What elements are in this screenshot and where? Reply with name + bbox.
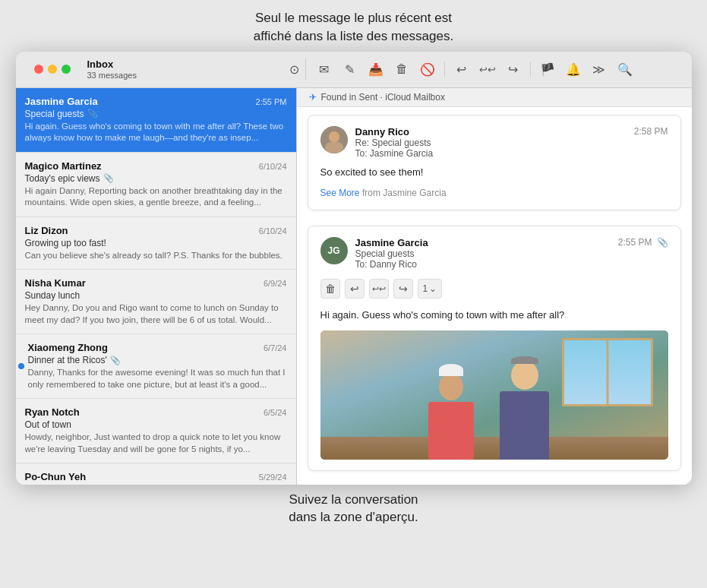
svg-point-3 [329, 131, 339, 142]
minimize-button[interactable] [48, 65, 57, 74]
person1-body [428, 402, 474, 460]
msg-subject: Out of town [25, 419, 287, 430]
avatar-danny [320, 126, 348, 153]
msg-row1: Po-Chun Yeh 5/29/24 [25, 471, 287, 482]
avatar-jasmine: JG [320, 237, 348, 264]
list-item[interactable]: Xiaomeng Zhong 6/7/24 Dinner at the Rico… [16, 334, 296, 399]
app-body: Jasmine Garcia 2:55 PM Special guests 📎 … [16, 88, 692, 485]
right-toolbar: ✉ ✎ 📥 🗑 🚫 ↩ ↩↩ ↪ 🏴 🔔 ≫ 🔍 [306, 58, 683, 80]
list-item[interactable]: Ryan Notch 6/5/24 Out of town Howdy, nei… [16, 399, 296, 463]
message-count-button[interactable]: 1 ⌄ [418, 279, 443, 299]
msg-sender: Jasmine Garcia [25, 96, 98, 107]
msg-preview: Danny, Thanks for the awesome evening! I… [28, 367, 287, 390]
list-item[interactable]: Magico Martinez 6/10/24 Today's epic vie… [16, 153, 296, 217]
found-bar-text: Found in Sent · iCloud Mailbox [321, 92, 445, 103]
msg-subject: Sunday lunch [25, 290, 287, 301]
left-toolbar: Inbox 33 messages ⊙ [25, 58, 306, 80]
msg-subject: Special guests 📎 [25, 109, 287, 119]
see-more-from: from Jasmine Garcia [362, 188, 447, 198]
person2-head [511, 361, 538, 390]
msg-row1: Magico Martinez 6/10/24 [25, 160, 287, 172]
msg-subject: Today's epic views 📎 [25, 173, 287, 184]
close-button[interactable] [34, 65, 43, 74]
msg-date: 6/7/24 [264, 343, 287, 352]
reply-icon[interactable]: ↩ [451, 58, 472, 80]
junk-icon[interactable]: 🚫 [417, 58, 438, 80]
reply-action-button[interactable]: ↩ [345, 279, 365, 299]
list-item[interactable]: Nisha Kumar 6/9/24 Sunday lunch Hey Dann… [16, 270, 296, 334]
person2-silhouette [494, 353, 555, 460]
app-window: Inbox 33 messages ⊙ ✉ ✎ 📥 🗑 🚫 ↩ ↩↩ ↪ 🏴 � [16, 52, 692, 485]
msg-preview: Hi again. Guess who's coming to town wit… [25, 121, 287, 144]
msg-sender: Magico Martinez [25, 160, 102, 172]
annotation-bottom: Suivez la conversation dans la zone d'ap… [0, 485, 707, 527]
msg-sender: Xiaomeng Zhong [28, 342, 108, 353]
reply-all-icon[interactable]: ↩↩ [477, 58, 498, 80]
see-more-line: See More from Jasmine Garcia [320, 185, 668, 199]
msg-preview: Can you believe she's already so tall? P… [25, 250, 287, 262]
email-to-1: To: Jasmine Garcia [355, 148, 627, 159]
attachment-icon: 📎 [87, 109, 98, 119]
get-mail-icon[interactable]: ✉ [314, 58, 335, 80]
msg-sender: Po-Chun Yeh [25, 471, 87, 482]
compose-icon[interactable]: ✎ [339, 58, 361, 80]
list-item[interactable]: Jasmine Garcia 2:55 PM Special guests 📎 … [16, 88, 296, 153]
inbox-info: Inbox 33 messages [87, 58, 137, 80]
email-body-1: So excited to see them! [320, 165, 668, 180]
toolbar-separator-2 [530, 62, 531, 77]
flag-icon[interactable]: 🏴 [537, 58, 558, 80]
email-card-2: JG Jasmine Garcia Special guests To: Dan… [308, 226, 681, 471]
msg-preview: Hey Danny, Do you and Rigo want to come … [25, 302, 287, 326]
person1-silhouette [425, 361, 478, 460]
list-item[interactable]: Po-Chun Yeh 5/29/24 Lunch call? Think yo… [16, 463, 296, 484]
msg-date: 6/10/24 [259, 226, 287, 236]
msg-sender: Liz Dizon [25, 225, 68, 236]
msg-date: 6/5/24 [264, 408, 287, 417]
toolbar: Inbox 33 messages ⊙ ✉ ✎ 📥 🗑 🚫 ↩ ↩↩ ↪ 🏴 � [16, 52, 692, 88]
msg-row1: Liz Dizon 6/10/24 [25, 225, 287, 236]
attachment-icon: 📎 [103, 173, 114, 183]
msg-date: 6/10/24 [259, 162, 287, 171]
maximize-button[interactable] [62, 65, 71, 74]
trash-icon[interactable]: 🗑 [391, 58, 412, 80]
email-header-2: JG Jasmine Garcia Special guests To: Dan… [320, 237, 668, 270]
toolbar-separator [444, 62, 445, 77]
notification-icon[interactable]: 🔔 [563, 58, 584, 80]
archive-icon[interactable]: 📥 [365, 58, 387, 80]
email-to-2: To: Danny Rico [355, 259, 611, 270]
search-icon[interactable]: 🔍 [614, 58, 636, 80]
inbox-title: Inbox [87, 58, 137, 71]
window-controls [34, 65, 71, 74]
found-bar: ✈ Found in Sent · iCloud Mailbox [297, 88, 692, 107]
list-item[interactable]: Liz Dizon 6/10/24 Growing up too fast! C… [16, 217, 296, 270]
msg-row1: Jasmine Garcia 2:55 PM [25, 96, 287, 107]
window-bars [606, 340, 608, 404]
email-meta-2: Jasmine Garcia Special guests To: Danny … [355, 237, 611, 270]
email-meta-1: Danny Rico Re: Special guests To: Jasmin… [355, 126, 627, 159]
svg-point-2 [325, 141, 343, 153]
forward-action-button[interactable]: ↪ [393, 279, 413, 299]
msg-subject: Growing up too fast! [25, 238, 287, 248]
person2-body [500, 391, 549, 460]
email-header-1: Danny Rico Re: Special guests To: Jasmin… [320, 126, 668, 159]
msg-row1: Ryan Notch 6/5/24 [25, 406, 287, 418]
message-detail: ✈ Found in Sent · iCloud Mailbox [297, 88, 692, 485]
email-card-1: Danny Rico Re: Special guests To: Jasmin… [308, 115, 681, 211]
filter-icon[interactable]: ⊙ [284, 58, 305, 80]
photo-scene [320, 330, 668, 460]
email-header-right-2: 2:55 PM 📎 [618, 237, 668, 248]
unread-indicator [18, 363, 24, 369]
more-icon[interactable]: ≫ [589, 58, 610, 80]
msg-row1: Nisha Kumar 6/9/24 [25, 277, 287, 289]
msg-row1: Xiaomeng Zhong 6/7/24 [28, 342, 287, 353]
email-from-2: Jasmine Garcia [355, 237, 611, 248]
see-more-link[interactable]: See More [320, 188, 362, 198]
photo-window-element [562, 338, 653, 406]
attachment-icon: 📎 [110, 356, 121, 365]
msg-date: 6/9/24 [264, 279, 287, 288]
forward-icon[interactable]: ↪ [503, 58, 524, 80]
trash-action-button[interactable]: 🗑 [320, 279, 340, 299]
reply-all-action-button[interactable]: ↩↩ [369, 279, 389, 299]
email-subject-1: Re: Special guests [355, 138, 627, 148]
msg-subject: Dinner at the Ricos' 📎 [28, 355, 287, 365]
